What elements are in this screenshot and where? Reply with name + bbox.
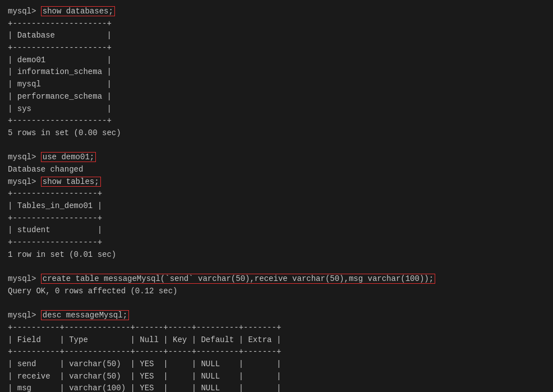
terminal-line: +--------------------+ xyxy=(8,42,545,54)
terminal-line: +----------+--------------+------+-----+… xyxy=(8,322,545,334)
terminal-line: Database changed xyxy=(8,164,545,176)
terminal-line: | Field | Type | Null | Key | Default | … xyxy=(8,334,545,347)
terminal-line: | student | xyxy=(8,224,545,237)
terminal-line: | Database | xyxy=(8,30,545,42)
terminal-line: mysql> desc messageMysql; xyxy=(8,310,545,322)
terminal: mysql> show databases;+-----------------… xyxy=(0,0,553,392)
terminal-line: 1 row in set (0.01 sec) xyxy=(8,249,545,261)
terminal-line xyxy=(8,140,545,152)
terminal-line xyxy=(8,298,545,310)
terminal-line: mysql> create table messageMysql(`send` … xyxy=(8,273,545,285)
terminal-line: mysql> use demo01; xyxy=(8,151,545,164)
terminal-line: | information_schema | xyxy=(8,66,545,79)
terminal-line: Query OK, 0 rows affected (0.12 sec) xyxy=(8,285,545,298)
terminal-line: +----------+--------------+------+-----+… xyxy=(8,346,545,358)
terminal-line: +------------------+ xyxy=(8,188,545,200)
terminal-line: mysql> show tables; xyxy=(8,176,545,188)
terminal-line: +------------------+ xyxy=(8,237,545,249)
terminal-line: | demo01 | xyxy=(8,54,545,67)
terminal-line: +------------------+ xyxy=(8,213,545,225)
terminal-line: | send | varchar(50) | YES | | NULL | | xyxy=(8,358,545,371)
terminal-line: | performance_schema | xyxy=(8,91,545,103)
terminal-line xyxy=(8,261,545,273)
terminal-line: | receive | varchar(50) | YES | | NULL |… xyxy=(8,371,545,383)
terminal-line: | sys | xyxy=(8,103,545,116)
terminal-line: +--------------------+ xyxy=(8,18,545,30)
terminal-line: +--------------------+ xyxy=(8,115,545,127)
terminal-content: mysql> show databases;+-----------------… xyxy=(8,6,545,392)
terminal-line: | msg | varchar(100) | YES | | NULL | | xyxy=(8,382,545,392)
terminal-line: mysql> show databases; xyxy=(8,6,545,18)
terminal-line: | Tables_in_demo01 | xyxy=(8,200,545,213)
terminal-line: 5 rows in set (0.00 sec) xyxy=(8,127,545,140)
terminal-line: | mysql | xyxy=(8,79,545,91)
